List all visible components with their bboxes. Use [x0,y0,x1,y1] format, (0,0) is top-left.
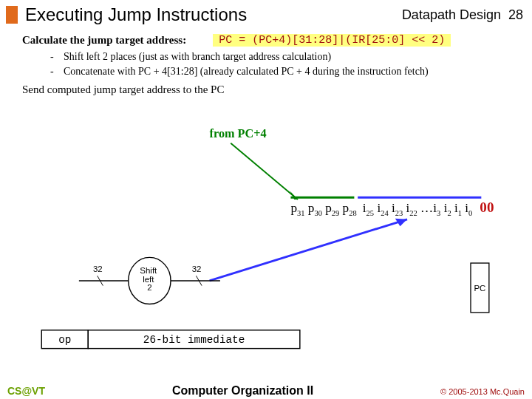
datapath-diagram: from PC+4 p31 p30 p29 p28 i25 i24 i23 i2… [0,122,532,358]
pc-formula: PC = (PC+4)[31:28]|(IR[25:0] << 2) [213,34,451,47]
footer: CS@VT Computer Organization II © 2005-20… [0,384,532,398]
arrow-green [231,143,298,200]
bus32-in: 32 [93,265,103,273]
bullet-list: Shift left 2 places (just as with branch… [50,51,517,78]
list-item: Concatenate with PC + 4[31:28] (already … [50,66,517,78]
footer-right: © 2005-2013 Mc.Quain [440,387,525,396]
arrow-blue [210,219,407,281]
from-pc4-label: from PC+4 [210,127,267,140]
header-right: Datapath Design 28 [402,7,523,23]
bus32-out: 32 [192,265,202,273]
page-number: 28 [508,7,523,23]
op-label: op [58,334,71,346]
footer-left: CS@VT [7,385,45,397]
pc-box-label: PC [474,284,485,293]
section-name: Datapath Design [402,7,501,23]
header: Executing Jump Instructions Datapath Des… [0,0,532,28]
list-item: Shift left 2 places (just as with branch… [50,51,517,63]
page-title: Executing Jump Instructions [25,4,395,25]
footer-center: Computer Organization II [172,384,313,398]
bits-row: p31 p30 p29 p28 i25 i24 i23 i22 …i3 i2 i… [290,200,494,219]
body: Calculate the jump target address: PC = … [0,28,532,100]
calc-heading: Calculate the jump target address: [22,34,186,47]
immediate-label: 26-bit immediate [143,334,245,346]
send-line: Send computed jump target address to the… [22,83,517,96]
slide-accent-block [6,6,18,24]
calc-row: Calculate the jump target address: PC = … [22,34,517,47]
